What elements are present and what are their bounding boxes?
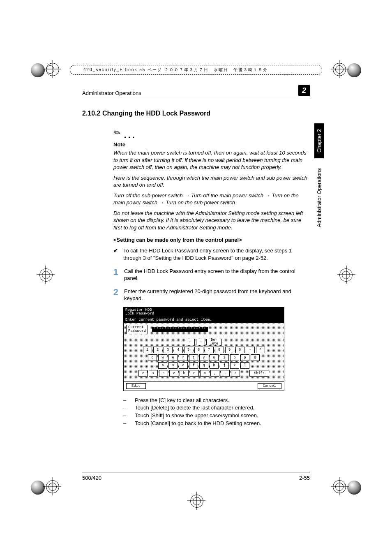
- bullet-item: –Press the [C] key to clear all characte…: [123, 397, 310, 405]
- step-number: 2: [108, 288, 118, 302]
- keyboard-key[interactable]: q: [148, 354, 157, 361]
- bullet-text: Touch [Shift] to show the upper case/sym…: [135, 412, 258, 420]
- note-body: When the main power switch is turned off…: [113, 149, 310, 231]
- checklist-text: To call the HDD Lock Password entry scre…: [123, 247, 310, 261]
- keyboard-key[interactable]: w: [158, 354, 167, 361]
- control-panel-figure: Register HDD Lock Password Enter current…: [123, 307, 284, 391]
- keyboard-key[interactable]: v: [169, 370, 178, 377]
- registration-mark-icon: [31, 263, 60, 292]
- keyboard-key[interactable]: o: [230, 354, 239, 361]
- keyboard-key[interactable]: ^: [256, 347, 265, 353]
- keyboard-nav-row: ← → De- lete: [126, 339, 281, 345]
- keyboard-key[interactable]: b: [180, 370, 189, 377]
- keyboard-key[interactable]: 6: [194, 347, 203, 353]
- side-tab-labels: Chapter 2 Administrator Operations: [314, 123, 324, 229]
- keyboard-key[interactable]: r: [179, 354, 188, 361]
- keyboard-key[interactable]: .: [221, 370, 230, 377]
- keyboard-key[interactable]: n: [190, 370, 199, 377]
- sub-heading: <Setting can be made only from the contr…: [113, 237, 310, 243]
- registration-mark-icon: [332, 58, 361, 86]
- keyboard-key[interactable]: u: [210, 354, 219, 361]
- edit-button[interactable]: Edit: [126, 383, 146, 389]
- page: 420_security_E.book 55 ページ ２００７年３月７日 水曜日…: [0, 0, 392, 555]
- keyboard-key[interactable]: y: [199, 354, 208, 361]
- bullet-text: Press the [C] key to clear all character…: [135, 397, 229, 405]
- keyboard-key[interactable]: 3: [164, 347, 173, 353]
- bullet-text: Touch [Delete] to delete the last charac…: [135, 404, 254, 412]
- keyboard-key[interactable]: d: [179, 362, 188, 369]
- dash-icon: –: [123, 412, 129, 420]
- keyboard-key[interactable]: m: [200, 370, 209, 377]
- keyboard-a-row: asdfghjkl: [126, 362, 281, 369]
- keyboard-key[interactable]: x: [149, 370, 158, 377]
- keyboard-key[interactable]: e: [168, 354, 178, 361]
- registration-mark-icon: [187, 492, 216, 520]
- keyboard-key[interactable]: 0: [235, 347, 244, 353]
- source-file-text: 420_security_E.book 55 ページ ２００７年３月７日 水曜日…: [79, 67, 268, 73]
- delete-key[interactable]: De- lete: [206, 339, 222, 345]
- keyboard-area: ← → De- lete 1234567890-^ qwertyuiop@ as…: [124, 336, 284, 381]
- panel-title: Register HDD Lock Password: [124, 308, 284, 317]
- arrow-icon: →: [159, 199, 164, 206]
- keyboard-key[interactable]: j: [220, 362, 229, 369]
- running-head-title: Administrator Operations: [82, 90, 141, 96]
- keyboard-key[interactable]: -: [246, 347, 255, 353]
- bullet-list: –Press the [C] key to clear all characte…: [123, 397, 310, 428]
- keyboard-key[interactable]: /: [231, 370, 240, 377]
- panel-current-password-row: Current Password ********************: [124, 323, 284, 336]
- keyboard-key[interactable]: l: [240, 362, 249, 369]
- check-icon: ✔: [113, 247, 119, 261]
- keyboard-key[interactable]: 7: [205, 347, 214, 353]
- bullet-text: Touch [Cancel] to go back to the HDD Set…: [135, 420, 261, 428]
- note-block: ✎ ... Note When the main power switch is…: [113, 128, 310, 231]
- nav-right-key[interactable]: →: [196, 339, 205, 345]
- keyboard-key[interactable]: @: [251, 354, 260, 361]
- keyboard-key[interactable]: 9: [225, 347, 234, 353]
- note-text: Turn off the sub power switch: [113, 192, 184, 199]
- page-footer: 500/420 2-55: [82, 472, 310, 481]
- nav-left-key[interactable]: ←: [186, 339, 195, 345]
- chapter-tab: Chapter 2: [314, 123, 324, 158]
- bullet-item: –Touch [Cancel] to go back to the HDD Se…: [123, 420, 310, 428]
- source-file-strip: 420_security_E.book 55 ページ ２００７年３月７日 水曜日…: [70, 65, 322, 75]
- keyboard-z-row: zxcvbnm,./Shift: [126, 370, 281, 377]
- keyboard-key[interactable]: 5: [184, 347, 193, 353]
- password-mask: ********************: [152, 327, 208, 332]
- keyboard-key[interactable]: 1: [143, 347, 152, 353]
- note-text: Turn off the main power switch: [191, 192, 265, 199]
- keyboard-key[interactable]: i: [220, 354, 229, 361]
- dash-icon: –: [123, 404, 129, 412]
- section-heading: 2.10.2 Changing the HDD Lock Password: [82, 110, 310, 117]
- keyboard-key[interactable]: f: [189, 362, 198, 369]
- keyboard-key[interactable]: 2: [153, 347, 162, 353]
- keyboard-number-row: 1234567890-^: [126, 347, 281, 353]
- shift-key[interactable]: Shift: [249, 370, 269, 377]
- registration-mark-icon: [332, 475, 361, 504]
- panel-footer: Edit Cancel: [124, 381, 284, 391]
- cancel-button[interactable]: Cancel: [258, 383, 281, 389]
- checklist-item: ✔ To call the HDD Lock Password entry sc…: [113, 247, 310, 261]
- dash-icon: –: [123, 420, 129, 428]
- keyboard-q-row: qwertyuiop@: [126, 354, 281, 361]
- keyboard-key[interactable]: s: [168, 362, 178, 369]
- keyboard-key[interactable]: z: [138, 370, 148, 377]
- keyboard-key[interactable]: 8: [215, 347, 224, 353]
- bullet-item: –Touch [Shift] to show the upper case/sy…: [123, 412, 310, 420]
- panel-subtitle: Enter current password and select item.: [124, 317, 284, 323]
- keyboard-key[interactable]: 4: [174, 347, 183, 353]
- bullet-item: –Touch [Delete] to delete the last chara…: [123, 404, 310, 412]
- keyboard-key[interactable]: g: [199, 362, 208, 369]
- keyboard-key[interactable]: h: [210, 362, 219, 369]
- keyboard-key[interactable]: ,: [210, 370, 219, 377]
- registration-mark-icon: [31, 475, 60, 504]
- footer-model: 500/420: [82, 475, 101, 481]
- keyboard-key[interactable]: t: [189, 354, 198, 361]
- keyboard-key[interactable]: a: [158, 362, 167, 369]
- keyboard-key[interactable]: k: [230, 362, 239, 369]
- footer-page-number: 2-55: [299, 475, 310, 481]
- step-2: 2 Enter the currently registered 20-digi…: [108, 288, 310, 302]
- keyboard-key[interactable]: c: [159, 370, 168, 377]
- running-head: Administrator Operations 2: [82, 85, 310, 98]
- keyboard-key[interactable]: p: [240, 354, 249, 361]
- note-dots-icon: ...: [124, 130, 136, 141]
